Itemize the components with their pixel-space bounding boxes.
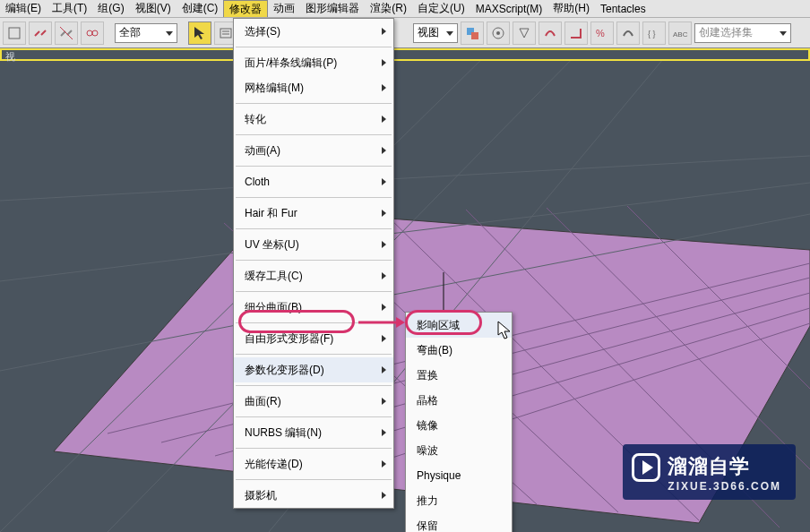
viewport-label: 视 (0, 48, 810, 61)
svg-rect-25 (220, 29, 231, 38)
snap-toggle-icon[interactable] (539, 21, 562, 45)
submenu-item-置换[interactable]: 置换 (406, 363, 512, 388)
menu-图形编辑器[interactable]: 图形编辑器 (300, 0, 365, 17)
edit-named-icon[interactable]: { } (642, 21, 666, 45)
menu-item-光能传递(D)[interactable]: 光能传递(D) (234, 451, 393, 476)
menu-组(G)[interactable]: 组(G) (92, 0, 129, 17)
menu-item-Cloth[interactable]: Cloth (234, 169, 393, 194)
menu-item-转化[interactable]: 转化 (234, 107, 393, 132)
menu-自定义(U)[interactable]: 自定义(U) (412, 0, 470, 17)
svg-line-12 (0, 156, 810, 201)
unlink-icon[interactable] (55, 21, 78, 45)
submenu-item-Physique[interactable]: Physique (406, 463, 512, 488)
menu-item-UV 坐标(U)[interactable]: UV 坐标(U) (234, 232, 393, 257)
toolbar: 全部 视图 % { } ABC 创建选择集 (0, 18, 810, 48)
menu-item-细分曲面(B)[interactable]: 细分曲面(B) (234, 295, 393, 320)
svg-point-23 (87, 30, 92, 36)
menu-item-参数化变形器(D)[interactable]: 参数化变形器(D) (234, 357, 393, 382)
submenu-item-噪波[interactable]: 噪波 (406, 438, 512, 463)
angle-snap-icon[interactable] (564, 21, 588, 45)
menu-帮助(H)[interactable]: 帮助(H) (547, 0, 595, 17)
menu-item-自由形式变形器(F)[interactable]: 自由形式变形器(F) (234, 326, 393, 351)
menu-item-面片/样条线编辑(P)[interactable]: 面片/样条线编辑(P) (234, 50, 393, 75)
submenu-item-保留[interactable]: 保留 (406, 513, 512, 532)
select-cursor-icon[interactable] (188, 21, 211, 45)
menu-动画[interactable]: 动画 (268, 0, 300, 17)
percent-snap-icon[interactable]: % (590, 21, 614, 45)
pivot-icon[interactable] (461, 21, 484, 45)
menu-渲染(R)[interactable]: 渲染(R) (365, 0, 412, 17)
manipulate-icon[interactable] (487, 21, 510, 45)
named-sel-combo[interactable]: 创建选择集 (694, 23, 791, 43)
modifier-menu: 选择(S)面片/样条线编辑(P)网格编辑(M)转化动画(A)ClothHair … (233, 18, 394, 509)
menu-MAXScript(M)[interactable]: MAXScript(M) (470, 0, 548, 17)
submenu-item-晶格[interactable]: 晶格 (406, 388, 512, 413)
play-icon (632, 453, 660, 482)
menu-item-网格编辑(M)[interactable]: 网格编辑(M) (234, 75, 393, 100)
menu-item-动画(A)[interactable]: 动画(A) (234, 138, 393, 163)
toolbar-icon-1[interactable] (3, 21, 26, 45)
menu-Tentacles[interactable]: Tentacles (595, 0, 651, 17)
submenu-item-影响区域[interactable]: 影响区域 (406, 313, 512, 338)
submenu-item-镜像[interactable]: 镜像 (406, 413, 512, 438)
svg-point-31 (496, 31, 500, 35)
abc-icon[interactable]: ABC (668, 21, 692, 45)
watermark-url: ZIXUE.3D66.COM (668, 480, 781, 493)
svg-text:ABC: ABC (673, 30, 688, 39)
menu-item-NURBS 编辑(N)[interactable]: NURBS 编辑(N) (234, 420, 393, 445)
menu-item-选择(S)[interactable]: 选择(S) (234, 19, 393, 44)
parametric-deformer-submenu: 影响区域弯曲(B)置换晶格镜像噪波Physique推力保留松弛涟漪 (405, 312, 513, 532)
menu-item-Hair 和 Fur[interactable]: Hair 和 Fur (234, 201, 393, 226)
link-icon[interactable] (29, 21, 52, 45)
bind-icon[interactable] (81, 21, 104, 45)
menu-工具(T)[interactable]: 工具(T) (47, 0, 92, 17)
submenu-item-弯曲(B)[interactable]: 弯曲(B) (406, 338, 512, 363)
refcoord-combo[interactable]: 视图 (413, 23, 458, 43)
menu-编辑(E)[interactable]: 编辑(E) (0, 0, 47, 17)
svg-point-24 (92, 30, 98, 36)
svg-rect-29 (471, 32, 478, 39)
svg-line-22 (60, 27, 73, 39)
menubar: 编辑(E)工具(T)组(G)视图(V)创建(C)修改器动画图形编辑器渲染(R)自… (0, 0, 810, 18)
menu-修改器[interactable]: 修改器 (223, 0, 268, 17)
menu-item-曲面(R)[interactable]: 曲面(R) (234, 389, 393, 414)
menu-创建(C)[interactable]: 创建(C) (177, 0, 224, 17)
svg-rect-21 (9, 28, 20, 39)
submenu-item-推力[interactable]: 推力 (406, 488, 512, 513)
filter-combo[interactable]: 全部 (115, 23, 177, 43)
watermark-brand: 溜溜自学 (668, 453, 781, 480)
menu-item-缓存工具(C)[interactable]: 缓存工具(C) (234, 263, 393, 288)
keyboard-shortcut-icon[interactable] (513, 21, 536, 45)
svg-text:{ }: { } (648, 30, 656, 39)
watermark: 溜溜自学 ZIXUE.3D66.COM (623, 444, 796, 500)
spinner-snap-icon[interactable] (616, 21, 640, 45)
svg-text:%: % (596, 28, 605, 39)
menu-视图(V)[interactable]: 视图(V) (130, 0, 177, 17)
menu-item-摄影机[interactable]: 摄影机 (234, 483, 393, 508)
